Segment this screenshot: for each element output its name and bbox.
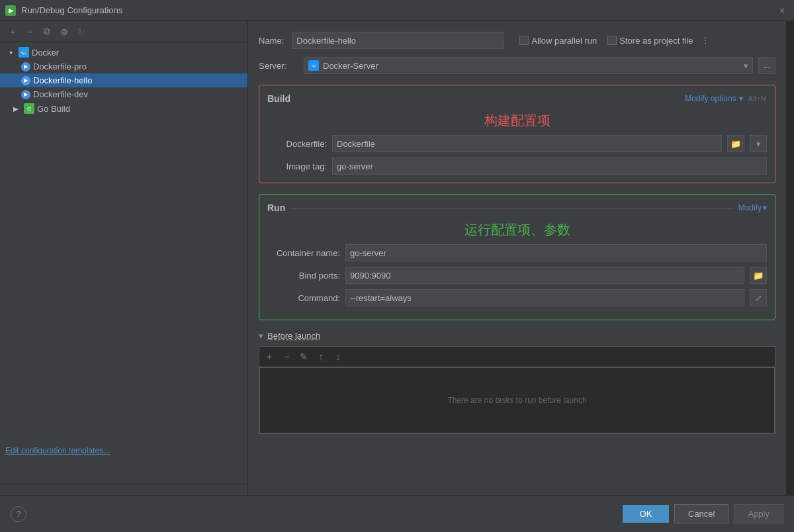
ok-button[interactable]: OK — [623, 505, 669, 523]
add-config-button[interactable]: + — [5, 24, 20, 39]
dockerfile-input[interactable] — [332, 135, 722, 152]
sort-button: ↻ — [74, 24, 89, 39]
close-button[interactable]: × — [775, 4, 789, 17]
run-divider-line — [290, 208, 732, 208]
parallel-checkbox[interactable] — [519, 36, 529, 45]
cancel-button[interactable]: Cancel — [674, 504, 728, 523]
run-section: Run Modify ▾ 运行配置项、参数 Container name: Bi… — [259, 194, 775, 320]
content-area: Name: Allow parallel run Store as projec… — [248, 21, 786, 495]
dockerfile-hello-label: Dockerfile-hello — [33, 75, 93, 85]
modify-options-label: Modify options — [685, 94, 736, 103]
sidebar-toolbar: + − ⧉ ⊕ ↻ — [0, 21, 247, 42]
before-launch-container: + − ✎ ↑ ↓ There are no tasks to run befo… — [259, 346, 775, 434]
before-launch-empty-area: There are no tasks to run before launch — [259, 367, 775, 433]
docker-group-label: Docker — [32, 48, 59, 58]
command-row: Command: ⤢ — [267, 289, 767, 306]
before-launch-section: ▾ Before launch + − ✎ ↑ ↓ There are no t… — [259, 331, 775, 434]
bind-ports-folder-button[interactable]: 📁 — [750, 267, 767, 284]
before-launch-toolbar: + − ✎ ↑ ↓ — [259, 347, 775, 367]
server-dropdown-arrow: ▾ — [744, 61, 748, 71]
run-annotation-zh: 运行配置项、参数 — [267, 221, 767, 239]
allow-parallel-check[interactable]: Allow parallel run — [519, 36, 597, 46]
go-build-icon: G — [24, 103, 34, 114]
dockerfile-folder-button[interactable]: 📁 — [727, 135, 744, 152]
build-section-header: Build Modify options ▾ Alt+M — [267, 93, 767, 104]
bottom-bar: ? OK Cancel Apply — [0, 495, 794, 532]
name-label: Name: — [259, 36, 284, 46]
image-tag-input[interactable] — [332, 157, 767, 175]
build-annotation-zh: 构建配置项 — [267, 112, 767, 130]
before-launch-up-button[interactable]: ↑ — [314, 349, 328, 364]
dockerfile-row: Dockerfile: 📁 ▾ — [267, 135, 767, 152]
bind-ports-row: Bind ports: 📁 — [267, 267, 767, 284]
command-input[interactable] — [345, 289, 744, 306]
go-build-expand-icon: ▶ — [11, 103, 21, 114]
window-title: Run/Debug Configurations — [21, 5, 122, 15]
before-launch-edit-button[interactable]: ✎ — [296, 349, 311, 364]
bind-ports-input[interactable] — [345, 267, 744, 284]
server-select-inner: 🐳 Docker-Server — [308, 60, 378, 71]
before-launch-down-button[interactable]: ↓ — [331, 349, 345, 364]
window-icon: ▶ — [5, 5, 16, 16]
docker-group-header[interactable]: ▾ 🐳 Docker — [0, 45, 247, 60]
dockerfile-dropdown-button[interactable]: ▾ — [750, 135, 767, 152]
container-name-input[interactable] — [345, 244, 767, 261]
before-launch-collapse-icon[interactable]: ▾ — [259, 331, 263, 341]
store-project-label: Store as project file — [619, 36, 693, 46]
modify-options-shortcut: Alt+M — [748, 95, 767, 103]
docker-server-icon: 🐳 — [308, 60, 319, 71]
edit-templates-link[interactable]: Edit configuration templates... — [5, 446, 110, 455]
modify-run-link[interactable]: Modify ▾ — [738, 203, 767, 212]
command-label: Command: — [267, 293, 340, 303]
image-tag-row: Image tag: — [267, 157, 767, 175]
container-name-label: Container name: — [267, 248, 340, 258]
build-title: Build — [267, 93, 290, 104]
go-build-label: Go Build — [37, 104, 70, 114]
modify-run-chevron: ▾ — [763, 203, 767, 212]
build-section: Build Modify options ▾ Alt+M 构建配置项 Docke… — [259, 85, 775, 183]
server-select-value: Docker-Server — [323, 61, 378, 71]
run-title: Run — [267, 202, 285, 213]
copy-config-button[interactable]: ⧉ — [40, 24, 54, 39]
server-label: Server: — [259, 61, 298, 71]
before-launch-label: Before launch — [267, 331, 320, 341]
apply-button[interactable]: Apply — [734, 504, 783, 523]
dockerfile-pro-label: Dockerfile-pro — [33, 62, 87, 71]
modify-options-chevron: ▾ — [739, 94, 743, 103]
remove-config-button[interactable]: − — [22, 24, 37, 39]
before-launch-remove-button[interactable]: − — [279, 349, 294, 364]
sidebar-wrapper: + − ⧉ ⊕ ↻ ▾ 🐳 Docker ▶ Dockerfile-pro ▶ … — [0, 21, 248, 495]
server-dots-button[interactable]: ... — [758, 57, 775, 74]
dockerfile-label: Dockerfile: — [267, 139, 327, 149]
no-tasks-text: There are no tasks to run before launch — [447, 396, 586, 405]
server-row: Server: 🐳 Docker-Server ▾ ... — [259, 57, 775, 74]
store-project-check[interactable]: Store as project file — [607, 36, 693, 46]
config-icon-pro: ▶ — [21, 62, 30, 71]
sidebar-tree: ▾ 🐳 Docker ▶ Dockerfile-pro ▶ Dockerfile… — [0, 42, 248, 118]
before-launch-add-button[interactable]: + — [262, 349, 277, 364]
docker-expand-icon: ▾ — [5, 47, 16, 58]
main-container: + − ⧉ ⊕ ↻ ▾ 🐳 Docker ▶ Dockerfile-pro ▶ … — [0, 21, 794, 495]
image-tag-label: Image tag: — [267, 161, 327, 171]
help-button[interactable]: ? — [11, 506, 26, 522]
bind-ports-label: Bind ports: — [267, 271, 340, 281]
store-checkbox[interactable] — [607, 36, 617, 45]
sidebar-item-dockerfile-hello[interactable]: ▶ Dockerfile-hello — [0, 73, 247, 87]
sidebar-item-dockerfile-dev[interactable]: ▶ Dockerfile-dev — [0, 87, 247, 101]
go-build-group-header[interactable]: ▶ G Go Build — [0, 101, 247, 116]
sidebar-item-dockerfile-pro[interactable]: ▶ Dockerfile-pro — [0, 60, 247, 73]
config-icon-dev: ▶ — [21, 90, 30, 99]
title-bar: ▶ Run/Debug Configurations × — [0, 0, 794, 21]
create-compound-button[interactable]: ⊕ — [57, 24, 71, 39]
right-scrollbar[interactable] — [786, 21, 794, 495]
server-select[interactable]: 🐳 Docker-Server ▾ — [304, 57, 753, 74]
config-icon-hello: ▶ — [21, 76, 30, 85]
modify-options-link[interactable]: Modify options ▾ Alt+M — [685, 94, 767, 103]
allow-parallel-label: Allow parallel run — [531, 36, 597, 46]
name-row: Name: Allow parallel run Store as projec… — [259, 32, 775, 49]
command-expand-button[interactable]: ⤢ — [750, 289, 767, 306]
container-name-row: Container name: — [267, 244, 767, 261]
settings-icon[interactable]: ⋮ — [699, 34, 712, 47]
docker-icon: 🐳 — [19, 47, 29, 58]
name-input[interactable] — [292, 32, 504, 49]
